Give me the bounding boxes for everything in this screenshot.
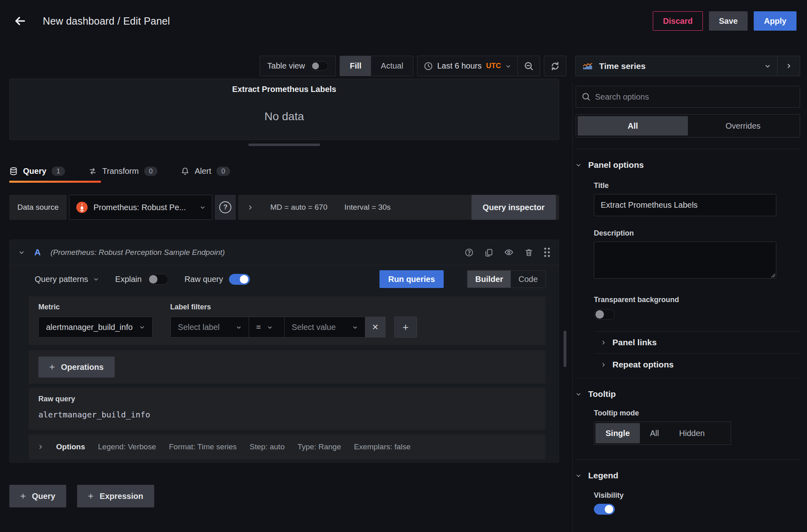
back-arrow-icon[interactable]: [10, 12, 29, 30]
table-view-toggle[interactable]: [310, 61, 328, 71]
chevron-down-icon: [352, 325, 358, 330]
add-expression-button[interactable]: + Expression: [77, 485, 154, 507]
tooltip-section-header[interactable]: Tooltip: [576, 386, 800, 402]
builder-option[interactable]: Builder: [467, 271, 511, 288]
add-expression-label: Expression: [100, 492, 143, 501]
options-sidebar: All Overrides Panel options Title Descri…: [572, 82, 807, 532]
raw-query-toggle[interactable]: [229, 274, 250, 285]
query-patterns-dropdown[interactable]: Query patterns: [35, 275, 99, 284]
panel-preview-title: Extract Prometheus Labels: [10, 85, 559, 94]
grafana-edit-panel: { "header": { "title": "New dashboard / …: [0, 0, 807, 532]
panel-options-title: Panel options: [588, 160, 644, 170]
tooltip-mode-all[interactable]: All: [640, 423, 669, 443]
query-datasource-hint: (Prometheus: Robust Perception Sample En…: [50, 248, 225, 257]
remove-filter-button[interactable]: ✕: [365, 317, 386, 338]
delete-query-trash-icon[interactable]: [524, 248, 533, 257]
query-editor-card: A (Prometheus: Robust Perception Sample …: [9, 240, 559, 463]
plus-icon: +: [20, 490, 26, 502]
add-query-button[interactable]: + Query: [9, 485, 66, 507]
query-ref-id[interactable]: A: [34, 247, 41, 258]
query-inspector-button[interactable]: Query inspector: [472, 195, 556, 220]
panel-links-title: Panel links: [612, 338, 657, 347]
visibility-label: Visibility: [594, 491, 800, 500]
plus-icon: +: [88, 490, 94, 502]
chevron-down-icon: [93, 276, 99, 282]
panel-resize-handle[interactable]: [248, 144, 320, 146]
divider: [576, 149, 800, 149]
select-value-placeholder: Select value: [292, 323, 336, 332]
fill-option[interactable]: Fill: [340, 56, 371, 76]
code-option[interactable]: Code: [511, 271, 545, 288]
search-options-input[interactable]: [595, 92, 794, 102]
option-step: Step: auto: [249, 442, 285, 451]
transform-count-badge: 0: [144, 167, 157, 176]
discard-button[interactable]: Discard: [653, 11, 702, 31]
prometheus-logo-icon: [76, 201, 88, 213]
metric-select[interactable]: alertmanager_build_info: [38, 317, 153, 338]
table-view-label: Table view: [267, 61, 305, 71]
tab-overrides[interactable]: Overrides: [688, 116, 798, 136]
apply-button[interactable]: Apply: [754, 11, 797, 31]
zoom-out-button[interactable]: [518, 56, 540, 76]
legend-visibility-toggle[interactable]: [594, 504, 615, 515]
datasource-select[interactable]: Prometheus: Robust Pe...: [69, 195, 212, 220]
operator-dropdown[interactable]: =: [249, 317, 285, 338]
metric-filters-block: Metric alertmanager_build_info Label fil…: [29, 296, 545, 345]
tab-query[interactable]: Query 1: [9, 161, 65, 182]
legend-section-header[interactable]: Legend: [576, 468, 800, 483]
actual-option[interactable]: Actual: [371, 56, 413, 76]
tab-alert[interactable]: Alert 0: [181, 161, 230, 182]
tab-transform[interactable]: Transform 0: [88, 161, 157, 182]
add-operations-button[interactable]: + Operations: [38, 357, 115, 378]
run-queries-button[interactable]: Run queries: [379, 270, 444, 288]
metric-label: Metric: [38, 303, 153, 311]
time-range-picker[interactable]: Last 6 hours UTC: [417, 56, 518, 76]
save-button[interactable]: Save: [709, 11, 748, 31]
datasource-row: Data source Prometheus: Robust Pe... ? M…: [9, 195, 559, 220]
scrollbar-thumb[interactable]: [564, 331, 566, 367]
operator-value: =: [256, 323, 261, 332]
select-value-dropdown[interactable]: Select value: [285, 317, 365, 338]
chevron-right-icon[interactable]: [247, 204, 253, 211]
refresh-button[interactable]: [544, 56, 566, 76]
add-filter-button[interactable]: +: [394, 317, 417, 338]
query-help-icon[interactable]: [465, 248, 474, 257]
tab-transform-label: Transform: [102, 167, 138, 176]
chevron-down-icon: [505, 63, 511, 69]
legend-title: Legend: [588, 471, 618, 480]
collapse-chevron-icon[interactable]: [19, 249, 25, 255]
divider: [576, 378, 800, 378]
tooltip-mode-hidden[interactable]: Hidden: [669, 423, 715, 443]
tooltip-mode-single[interactable]: Single: [595, 423, 640, 443]
label-filters-label: Label filters: [170, 303, 417, 311]
legend-visibility-field: Visibility: [594, 491, 800, 515]
hide-query-eye-icon[interactable]: [504, 248, 514, 257]
chevron-down-icon: [576, 162, 581, 168]
panel-description-textarea[interactable]: [594, 242, 776, 279]
transparent-background-toggle[interactable]: [594, 309, 615, 320]
datasource-meta: MD = auto = 670 Interval = 30s Query ins…: [238, 195, 559, 220]
explain-toggle[interactable]: [147, 274, 168, 285]
duplicate-query-icon[interactable]: [484, 248, 493, 257]
tooltip-mode-label: Tooltip mode: [594, 409, 800, 417]
clock-icon: [424, 62, 433, 71]
tab-all[interactable]: All: [578, 116, 688, 136]
tab-query-label: Query: [23, 167, 46, 176]
chevron-down-icon: [267, 325, 272, 330]
query-options-summary[interactable]: Options Legend: Verbose Format: Time ser…: [29, 434, 545, 459]
raw-query-label: Raw query: [184, 275, 223, 284]
visualization-label: Time series: [599, 61, 646, 71]
select-label-dropdown[interactable]: Select label: [170, 317, 249, 338]
page-title: New dashboard / Edit Panel: [43, 15, 170, 27]
panel-title-input[interactable]: [594, 194, 776, 216]
repeat-options-section-header[interactable]: Repeat options: [601, 354, 800, 376]
chevron-down-icon: [200, 204, 205, 210]
panel-links-section-header[interactable]: Panel links: [601, 332, 800, 353]
viz-options-expand-button[interactable]: [777, 56, 800, 76]
panel-options-section-header[interactable]: Panel options: [576, 157, 800, 173]
datasource-help-button[interactable]: ?: [215, 195, 236, 220]
select-label-placeholder: Select label: [178, 323, 220, 332]
visualization-picker[interactable]: Time series: [575, 56, 800, 76]
options-search: [576, 86, 800, 108]
drag-handle-icon[interactable]: [544, 248, 550, 257]
